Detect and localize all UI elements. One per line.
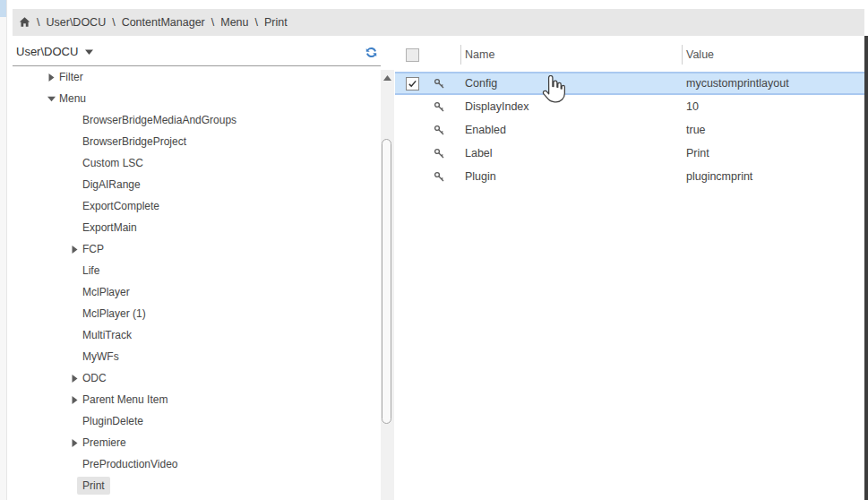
window-right-scroll-strip[interactable]: [864, 36, 868, 500]
tree-collapsed-icon[interactable]: [70, 374, 82, 384]
tree-panel: User\DOCU FilterMenuBrowserBridgeMediaAn…: [13, 38, 395, 500]
name-cell: Plugin: [460, 170, 682, 183]
table-row-enabled[interactable]: Enabledtrue: [395, 118, 864, 142]
table-row-plugin[interactable]: Pluginplugincmprint: [395, 165, 864, 188]
tree-item-label: Print: [77, 477, 110, 495]
tree-item-multitrack[interactable]: MultiTrack: [13, 324, 380, 346]
tree-item-digairange[interactable]: DigAIRange: [13, 174, 380, 195]
tree-item-plugindelete[interactable]: PluginDelete: [13, 410, 380, 432]
tree-item-label: Parent Menu Item: [82, 393, 168, 406]
tree-item-menu[interactable]: Menu: [13, 88, 380, 109]
value-cell: plugincmprint: [682, 170, 864, 183]
tree-item-mclplayer[interactable]: MclPlayer: [13, 281, 380, 303]
tree-collapsed-icon[interactable]: [70, 438, 82, 448]
table-row-label[interactable]: LabelPrint: [395, 142, 864, 165]
value-cell: mycustomprintlayout: [682, 77, 864, 90]
value-cell: Print: [682, 147, 864, 159]
breadcrumb-separator: \: [211, 16, 214, 29]
tree-item-label: ExportComplete: [82, 200, 159, 212]
tree-item-label: BrowserBridgeMediaAndGroups: [82, 114, 236, 126]
name-cell: Label: [460, 147, 682, 159]
tree-item-fcp[interactable]: FCP: [13, 238, 380, 260]
tree-item-label: BrowserBridgeProject: [82, 135, 186, 148]
breadcrumb-separator: \: [255, 16, 258, 29]
tree-item-exportmain[interactable]: ExportMain: [13, 217, 380, 238]
tree-item-odc[interactable]: ODC: [13, 367, 380, 389]
tree-item-browserbridgeproject[interactable]: BrowserBridgeProject: [13, 131, 380, 152]
tree-scrollbar[interactable]: [381, 70, 394, 500]
refresh-icon: [365, 46, 378, 59]
tree-collapsed-icon[interactable]: [70, 395, 82, 405]
key-icon: [434, 171, 445, 183]
tree-item-label: Life: [82, 264, 99, 277]
window-left-edge: [0, 0, 7, 500]
tree-panel-header: User\DOCU: [13, 38, 381, 66]
name-cell: Config: [460, 77, 682, 90]
tree-root-title[interactable]: User\DOCU: [16, 45, 78, 58]
value-cell: true: [682, 124, 864, 136]
tree-collapsed-icon[interactable]: [47, 73, 59, 82]
tree-item-label: PreProductionVideo: [82, 458, 178, 470]
breadcrumb-item-user-docu[interactable]: User\DOCU: [46, 16, 106, 29]
select-all-checkbox[interactable]: [406, 48, 419, 62]
window-left-edge-accent: [0, 0, 6, 17]
tree-item-label: ExportMain: [82, 221, 137, 234]
key-icon: [434, 125, 445, 136]
breadcrumb-item-print[interactable]: Print: [264, 16, 288, 29]
chevron-down-icon[interactable]: [84, 47, 94, 56]
tree-collapsed-icon[interactable]: [70, 245, 82, 254]
tree-item-label: MclPlayer (1): [82, 307, 146, 320]
tree-item-filter[interactable]: Filter: [13, 66, 380, 88]
scrollbar-up-icon[interactable]: [381, 72, 394, 84]
tree-item-custom-lsc[interactable]: Custom LSC: [13, 152, 380, 174]
tree-item-premiere[interactable]: Premiere: [13, 432, 380, 453]
table-row-displayindex[interactable]: DisplayIndex10: [395, 95, 864, 118]
breadcrumb-item-contentmanager[interactable]: ContentManager: [122, 16, 205, 29]
breadcrumb-item-menu[interactable]: Menu: [220, 16, 248, 29]
tree-item-mywfs[interactable]: MyWFs: [13, 346, 380, 367]
tree-item-browserbridgemediaandgroups[interactable]: BrowserBridgeMediaAndGroups: [13, 109, 380, 131]
tree-item-life[interactable]: Life: [13, 260, 380, 281]
tree-item-exportcomplete[interactable]: ExportComplete: [13, 195, 380, 217]
row-checkbox[interactable]: [406, 77, 419, 91]
key-icon: [434, 101, 445, 113]
grid-header: Name Value: [395, 38, 864, 72]
scrollbar-thumb[interactable]: [382, 139, 391, 424]
tree-item-label: Custom LSC: [82, 157, 143, 169]
name-cell: Enabled: [460, 124, 682, 136]
refresh-button[interactable]: [360, 41, 382, 63]
breadcrumb-separator: \: [37, 16, 39, 29]
tree-item-mclplayer-1[interactable]: MclPlayer (1): [13, 303, 380, 324]
column-header-name[interactable]: Name: [465, 48, 494, 61]
property-rows: ConfigmycustomprintlayoutDisplayIndex10E…: [395, 72, 864, 188]
tree-item-label: Premiere: [82, 436, 126, 449]
key-icon: [434, 78, 445, 90]
tree-item-preproductionvideo[interactable]: PreProductionVideo: [13, 453, 380, 475]
tree-item-label: Menu: [59, 92, 86, 105]
tree-item-label: Filter: [59, 71, 83, 83]
column-header-value[interactable]: Value: [686, 48, 714, 61]
tree: FilterMenuBrowserBridgeMediaAndGroupsBro…: [13, 66, 380, 496]
name-cell: DisplayIndex: [460, 100, 682, 113]
breadcrumb-items: \User\DOCU\ContentManager\Menu\Print: [30, 16, 288, 29]
value-cell: 10: [682, 100, 864, 113]
breadcrumb: \User\DOCU\ContentManager\Menu\Print: [13, 9, 864, 36]
key-icon: [434, 148, 445, 159]
table-row-config[interactable]: Configmycustomprintlayout: [395, 72, 864, 95]
tree-item-label: MclPlayer: [82, 286, 130, 298]
tree-item-label: PluginDelete: [82, 415, 143, 427]
tree-expanded-icon[interactable]: [47, 94, 59, 103]
tree-item-label: FCP: [82, 243, 104, 255]
tree-item-print[interactable]: Print: [13, 475, 380, 496]
home-icon[interactable]: [19, 16, 30, 28]
breadcrumb-separator: \: [112, 16, 115, 29]
tree-item-parent-menu-item[interactable]: Parent Menu Item: [13, 389, 380, 410]
tree-item-label: MultiTrack: [82, 329, 132, 341]
tree-item-label: DigAIRange: [82, 178, 141, 191]
properties-panel: Name Value ConfigmycustomprintlayoutDisp…: [395, 38, 864, 500]
tree-item-label: ODC: [82, 372, 107, 384]
tree-item-label: MyWFs: [82, 350, 119, 363]
